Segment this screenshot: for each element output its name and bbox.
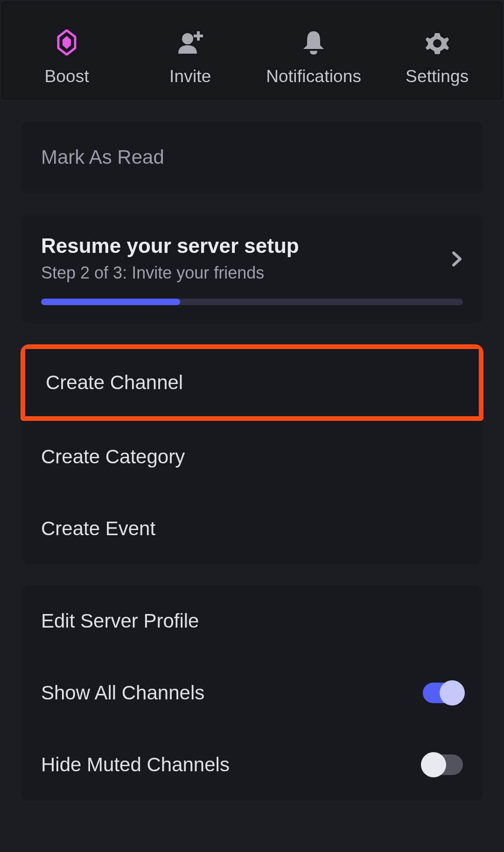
server-settings-sheet: Mark As Read Resume your server setup St… [0, 101, 504, 801]
notifications-button[interactable]: Notifications [252, 28, 376, 86]
create-channel-label: Create Channel [46, 371, 183, 394]
create-actions-card: Create Channel Create Category Create Ev… [21, 344, 483, 565]
toggle-knob [440, 680, 465, 705]
create-event-button[interactable]: Create Event [21, 493, 483, 565]
create-event-label: Create Event [41, 517, 155, 540]
resume-setup-card[interactable]: Resume your server setup Step 2 of 3: In… [21, 214, 483, 324]
boost-label: Boost [44, 67, 89, 86]
gear-icon [424, 28, 450, 56]
chevron-right-icon [451, 251, 463, 269]
setup-progress-fill [41, 299, 180, 305]
hide-muted-channels-toggle[interactable] [423, 754, 463, 775]
invite-label: Invite [169, 67, 211, 86]
settings-button[interactable]: Settings [376, 28, 499, 86]
svg-point-2 [182, 33, 193, 44]
invite-button[interactable]: Invite [129, 28, 252, 86]
setup-subtitle: Step 2 of 3: Invite your friends [41, 263, 463, 283]
settings-label: Settings [406, 67, 469, 86]
hide-muted-channels-row[interactable]: Hide Muted Channels [21, 729, 483, 801]
svg-rect-4 [194, 35, 203, 37]
bell-icon [301, 28, 326, 56]
show-all-channels-label: Show All Channels [41, 682, 204, 704]
setup-progress-track [41, 299, 463, 305]
mark-as-read-card: Mark As Read [21, 121, 483, 193]
edit-server-profile-button[interactable]: Edit Server Profile [21, 585, 483, 657]
toggle-knob [421, 752, 446, 777]
invite-icon [175, 28, 205, 56]
show-all-channels-row[interactable]: Show All Channels [21, 657, 483, 729]
create-category-button[interactable]: Create Category [21, 421, 483, 493]
boost-button[interactable]: Boost [5, 28, 129, 86]
mark-as-read-label: Mark As Read [41, 146, 164, 168]
show-all-channels-toggle[interactable] [423, 683, 463, 703]
boost-icon [56, 28, 77, 56]
hide-muted-channels-label: Hide Muted Channels [41, 754, 230, 776]
create-channel-button[interactable]: Create Channel [21, 344, 483, 421]
create-category-label: Create Category [41, 446, 185, 468]
edit-server-profile-label: Edit Server Profile [41, 610, 199, 632]
svg-point-5 [433, 39, 441, 48]
setup-title: Resume your server setup [41, 234, 463, 258]
server-quick-actions: Boost Invite Notifications [0, 0, 504, 101]
notifications-label: Notifications [266, 67, 361, 86]
mark-as-read-button[interactable]: Mark As Read [21, 121, 483, 193]
server-options-card: Edit Server Profile Show All Channels Hi… [21, 585, 483, 801]
svg-marker-1 [63, 36, 71, 49]
